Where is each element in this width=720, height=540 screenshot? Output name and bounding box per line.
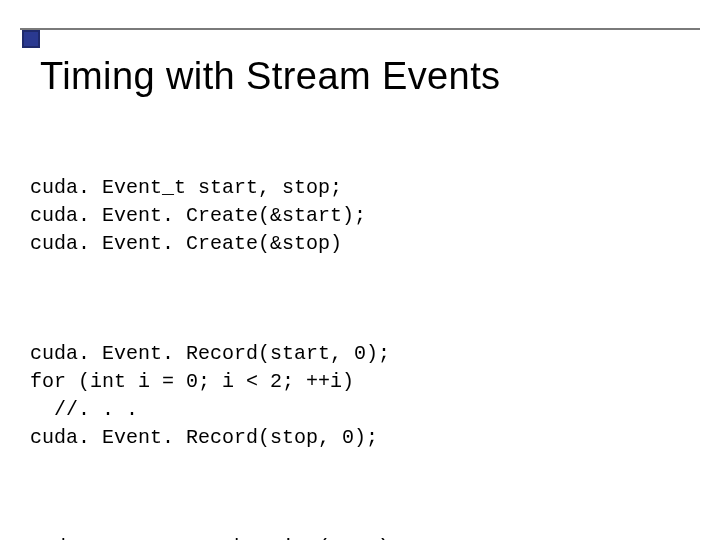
code-line: //. . . xyxy=(30,398,138,421)
code-line: for (int i = 0; i < 2; ++i) xyxy=(30,370,354,393)
code-line: cuda. Event. Create(&start); xyxy=(30,204,366,227)
code-block-1: cuda. Event_t start, stop; cuda. Event. … xyxy=(30,174,690,258)
code-line: cuda. Event. Synchronize(stop); xyxy=(30,536,402,540)
code-line: cuda. Event. Create(&stop) xyxy=(30,232,342,255)
slide: Timing with Stream Events cuda. Event_t … xyxy=(0,0,720,540)
code-line: cuda. Event. Record(start, 0); xyxy=(30,342,390,365)
accent-square xyxy=(22,30,40,48)
code-block-3: cuda. Event. Synchronize(stop); float el… xyxy=(30,534,690,540)
code-block-2: cuda. Event. Record(start, 0); for (int … xyxy=(30,340,690,452)
slide-title: Timing with Stream Events xyxy=(40,55,690,98)
divider-rule xyxy=(20,28,700,30)
code-line: cuda. Event_t start, stop; xyxy=(30,176,342,199)
code-line: cuda. Event. Record(stop, 0); xyxy=(30,426,378,449)
code-area: cuda. Event_t start, stop; cuda. Event. … xyxy=(30,118,690,540)
